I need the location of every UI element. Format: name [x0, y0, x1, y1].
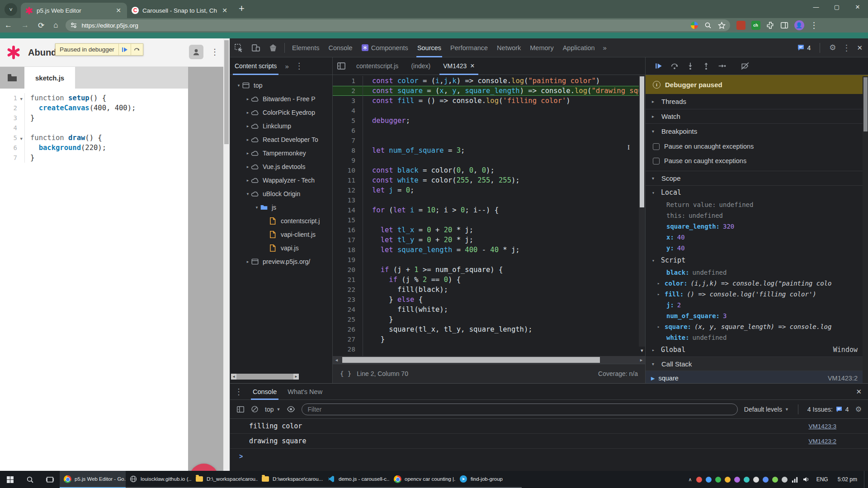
- code-line[interactable]: 5debugger;: [333, 116, 645, 126]
- tree-item[interactable]: ▸Linkclump: [230, 119, 332, 133]
- reload-icon[interactable]: ⟳: [38, 21, 44, 30]
- browser-menu-icon[interactable]: ⋮: [810, 24, 818, 27]
- tree-item[interactable]: ▾uBlock Origin: [230, 187, 332, 201]
- hidden-icons-chevron[interactable]: ∧: [689, 477, 692, 483]
- line-number[interactable]: 25: [333, 314, 363, 324]
- code-line[interactable]: 26 square(tl_x, tl_y, square_length);: [333, 324, 645, 334]
- code-line[interactable]: 24 fill(white);: [333, 305, 645, 314]
- tree-item[interactable]: vapi-client.js: [230, 228, 332, 241]
- start-button[interactable]: [0, 471, 20, 488]
- p5-line-number[interactable]: 3: [0, 113, 17, 123]
- code-line[interactable]: 8let num_of_square = 3;: [333, 145, 645, 155]
- scope-section-local[interactable]: ▾Local: [646, 186, 868, 199]
- tree-item[interactable]: ▸ColorPick Eyedrop: [230, 106, 332, 119]
- tab-content-scripts[interactable]: Content scripts: [230, 57, 281, 75]
- checkbox[interactable]: [653, 143, 660, 150]
- variable-expander-icon[interactable]: ▸: [657, 292, 665, 296]
- tree-expander-icon[interactable]: ▸: [245, 164, 251, 169]
- volume-icon[interactable]: [802, 476, 810, 483]
- task-view-icon[interactable]: [40, 471, 60, 488]
- browser-tab[interactable]: p5.js Web Editor✕: [21, 3, 127, 18]
- execution-line[interactable]: 2const square = (x, y, square_length) =>…: [333, 86, 645, 96]
- section-expander-icon[interactable]: ▾: [652, 190, 657, 195]
- tree-item[interactable]: contentscript.j: [230, 214, 332, 228]
- p5-line-number[interactable]: 2: [0, 103, 17, 113]
- devtools-tab-performance[interactable]: Performance: [446, 38, 492, 57]
- p5-code-line[interactable]: 7}: [0, 153, 188, 163]
- tree-item[interactable]: ▸Wappalyzer - Tech: [230, 174, 332, 187]
- variable-expander-icon[interactable]: ▸: [657, 324, 665, 329]
- tree-expander-icon[interactable]: ▾: [245, 192, 251, 196]
- devtools-menu-icon[interactable]: ⋮: [842, 47, 850, 49]
- devtools-tab-network[interactable]: Network: [492, 38, 525, 57]
- tray-icon[interactable]: [725, 477, 731, 483]
- zoom-icon[interactable]: [704, 22, 712, 29]
- line-number[interactable]: 13: [333, 195, 363, 205]
- sidebar-vscrollbar[interactable]: [863, 76, 868, 383]
- editor-tab-index[interactable]: (index): [405, 57, 437, 75]
- code-line[interactable]: 11const white = color(255, 255, 255);: [333, 175, 645, 185]
- line-number[interactable]: 4: [333, 106, 363, 116]
- line-number[interactable]: 22: [333, 285, 363, 295]
- resume-icon[interactable]: [655, 62, 663, 70]
- device-toolbar-icon[interactable]: [251, 43, 260, 52]
- tree-item[interactable]: ▸Bitwarden - Free P: [230, 92, 332, 106]
- scope-section-script[interactable]: ▾Script: [646, 253, 868, 267]
- taskbar-item[interactable]: D:\workspace\carou...: [258, 471, 324, 488]
- taskbar-item[interactable]: opencv car counting |...: [390, 471, 456, 488]
- tray-icon[interactable]: [744, 477, 750, 483]
- tree-item[interactable]: ▾js: [230, 201, 332, 214]
- scope-variable[interactable]: ▸square:(x, y, square_length) => console…: [646, 321, 868, 332]
- line-number[interactable]: 28: [333, 344, 363, 354]
- code-line[interactable]: 27 }: [333, 334, 645, 344]
- code-line[interactable]: 10const black = color(0, 0, 0);: [333, 165, 645, 175]
- issues-counter[interactable]: 4: [797, 44, 811, 52]
- extensions-puzzle-icon[interactable]: [766, 21, 774, 29]
- code-line[interactable]: 13: [333, 195, 645, 205]
- code-line[interactable]: 12let j = 0;: [333, 185, 645, 195]
- p5-code-line[interactable]: 3}: [0, 113, 188, 123]
- section-scope[interactable]: ▾Scope: [646, 171, 868, 186]
- tab-whats-new[interactable]: What's New: [282, 384, 328, 400]
- line-number[interactable]: 8: [333, 145, 363, 155]
- console-sidebar-icon[interactable]: [236, 405, 245, 413]
- url-text[interactable]: https://editor.p5js.org: [82, 22, 138, 29]
- pretty-print-icon[interactable]: { }: [340, 370, 351, 377]
- forward-icon[interactable]: →: [21, 21, 29, 30]
- tree-expander-icon[interactable]: ▸: [245, 97, 251, 101]
- step-over-icon[interactable]: [670, 62, 679, 70]
- tray-icon[interactable]: [715, 477, 721, 483]
- line-number[interactable]: 12: [333, 185, 363, 195]
- source-link[interactable]: VM1423:2: [808, 438, 836, 445]
- tree-item[interactable]: vapi.js: [230, 241, 332, 255]
- fold-caret-icon[interactable]: ▼: [20, 134, 23, 144]
- code-line[interactable]: 7: [333, 136, 645, 145]
- tree-expander-icon[interactable]: ▾: [254, 205, 260, 210]
- p5-code-line[interactable]: 1▼function setup() {: [0, 93, 188, 103]
- tray-icon[interactable]: [753, 477, 759, 483]
- site-settings-icon[interactable]: [70, 22, 77, 29]
- p5-code-line[interactable]: 6 background(220);: [0, 143, 188, 153]
- frame-location[interactable]: VM1423:2: [828, 375, 858, 382]
- colorpick-extension-icon[interactable]: ch: [751, 21, 760, 30]
- section-watch[interactable]: ▸Watch: [646, 109, 868, 124]
- resume-script-button[interactable]: [118, 44, 131, 55]
- line-number[interactable]: 27: [333, 334, 363, 344]
- profile-avatar[interactable]: 👤: [794, 20, 804, 30]
- tree-expander-icon[interactable]: ▸: [245, 124, 251, 128]
- tree-expander-icon[interactable]: ▸: [245, 137, 251, 142]
- devtools-tab-console[interactable]: Console: [324, 38, 357, 57]
- line-number[interactable]: 18: [333, 245, 363, 255]
- console-filter-input[interactable]: [302, 404, 737, 415]
- tray-icon[interactable]: [772, 477, 778, 483]
- tree-item[interactable]: ▸React Developer To: [230, 133, 332, 146]
- navigator-menu-icon[interactable]: ⋮: [295, 65, 303, 67]
- scope-global-row[interactable]: ▸Global Window: [646, 343, 868, 357]
- log-levels-dropdown[interactable]: Default levels▼: [744, 406, 789, 413]
- p5-menu-icon[interactable]: ⋮: [211, 51, 219, 53]
- step-over-button[interactable]: [131, 44, 143, 55]
- address-bar[interactable]: https://editor.p5js.org: [66, 19, 730, 31]
- network-icon[interactable]: [792, 476, 798, 483]
- google-lens-icon[interactable]: [691, 22, 698, 29]
- tab-console[interactable]: Console: [247, 384, 282, 400]
